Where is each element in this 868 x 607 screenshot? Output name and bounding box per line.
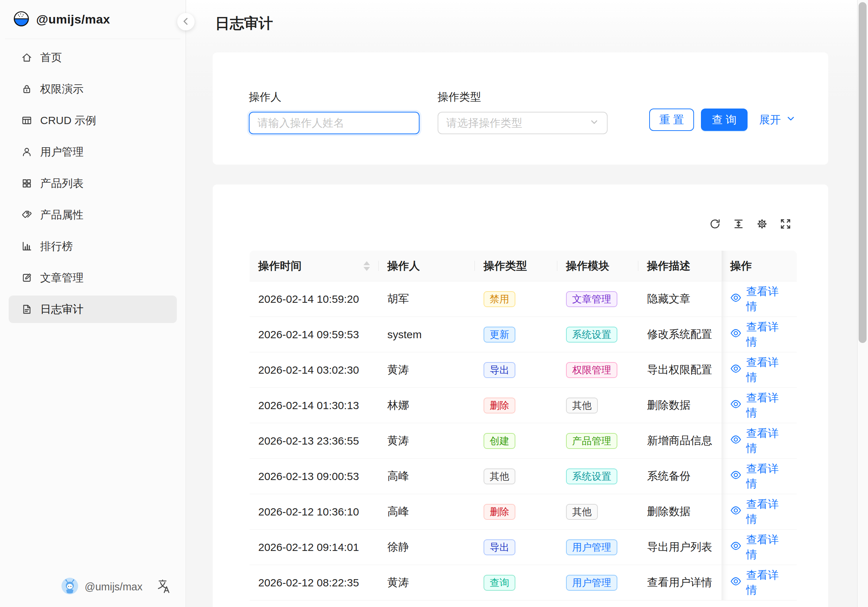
cell-operator: 林娜 — [379, 388, 475, 423]
app-title: @umijs/max — [36, 12, 110, 26]
operation-type-select[interactable]: 请选择操作类型 — [438, 112, 608, 134]
sidebar-item-label: 首页 — [40, 50, 62, 65]
cell-actions: 查看详情 — [722, 565, 797, 601]
sidebar-item-label: 权限演示 — [40, 82, 84, 96]
cell-operation-desc: 删除数据 — [639, 388, 722, 423]
view-detail-link[interactable]: 查看详情 — [730, 320, 788, 349]
expand-label: 展开 — [759, 112, 781, 127]
view-detail-label: 查看详情 — [746, 391, 788, 420]
operation-type-field: 操作类型 请选择操作类型 — [438, 90, 608, 134]
table-row: 2026-02-12 08:22:35黄涛查询用户管理查看用户详情查看详情 — [250, 565, 797, 601]
sidebar-item-lock[interactable]: 权限演示 — [9, 75, 177, 103]
language-switch-button[interactable] — [155, 579, 171, 595]
reload-button[interactable] — [709, 218, 721, 231]
sidebar-item-edit[interactable]: 文章管理 — [9, 264, 177, 292]
sort-caret-icon[interactable] — [363, 261, 370, 271]
main-content: 日志审计 操作人 请输入操作人姓名 操作类型 请选择操作类型 重 置 查 询 — [186, 0, 868, 607]
view-detail-link[interactable]: 查看详情 — [730, 391, 788, 420]
sidebar-item-user[interactable]: 用户管理 — [9, 138, 177, 166]
operation-type-tag: 禁用 — [484, 291, 515, 307]
cell-operation-time: 2026-02-14 10:59:20 — [250, 281, 379, 317]
ant-mascot-avatar[interactable] — [62, 578, 78, 596]
file-text-icon — [21, 303, 33, 315]
cell-operation-time: 2026-02-12 09:14:01 — [250, 529, 379, 565]
user-name[interactable]: @umijs/max — [85, 581, 143, 593]
eye-icon — [730, 399, 741, 412]
log-table: 操作时间操作人操作类型操作模块操作描述操作 2026-02-14 10:59:2… — [250, 251, 797, 601]
sidebar-item-label: 产品列表 — [40, 176, 84, 191]
sidebar-item-label: 产品属性 — [40, 208, 84, 222]
operation-module-tag: 其他 — [566, 504, 598, 520]
sidebar-item-table[interactable]: CRUD 示例 — [9, 107, 177, 134]
column-header[interactable]: 操作时间 — [250, 251, 379, 281]
expand-toggle[interactable]: 展开 — [759, 109, 796, 131]
sidebar-item-home[interactable]: 首页 — [9, 44, 177, 71]
chevron-left-icon — [180, 16, 191, 28]
operation-type-placeholder: 请选择操作类型 — [446, 116, 589, 130]
cell-operation-type: 导出 — [475, 352, 557, 388]
cell-operation-time: 2026-02-13 09:00:53 — [250, 459, 379, 494]
sidebar: @umijs/max 首页权限演示CRUD 示例用户管理产品列表产品属性排行榜文… — [0, 0, 186, 607]
cell-actions: 查看详情 — [722, 529, 797, 565]
cell-operation-time: 2026-02-12 08:22:35 — [250, 565, 379, 601]
cell-actions: 查看详情 — [722, 352, 797, 388]
column-header: 操作类型 — [475, 251, 557, 281]
cell-operation-time: 2026-02-12 10:36:10 — [250, 494, 379, 529]
view-detail-link[interactable]: 查看详情 — [730, 461, 788, 491]
user-icon — [21, 146, 33, 158]
settings-icon — [756, 218, 768, 231]
table-row: 2026-02-12 10:36:10高峰删除其他删除数据查看详情 — [250, 494, 797, 529]
translate-icon — [155, 579, 171, 595]
view-detail-link[interactable]: 查看详情 — [730, 532, 788, 562]
reset-button[interactable]: 重 置 — [649, 109, 694, 131]
scrollbar-thumb[interactable] — [859, 2, 866, 343]
cell-actions: 查看详情 — [722, 388, 797, 423]
view-detail-link[interactable]: 查看详情 — [730, 497, 788, 527]
sidebar-item-appstore[interactable]: 产品列表 — [9, 170, 177, 197]
cell-operator: 高峰 — [379, 494, 475, 529]
settings-button[interactable] — [756, 218, 768, 231]
table-row: 2026-02-14 10:59:20胡军禁用文章管理隐藏文章查看详情 — [250, 281, 797, 317]
operation-type-tag: 导出 — [484, 362, 515, 378]
operator-input[interactable]: 请输入操作人姓名 — [249, 112, 420, 134]
density-button[interactable] — [732, 218, 745, 231]
operation-module-tag: 其他 — [566, 397, 598, 413]
operation-module-tag: 用户管理 — [566, 539, 617, 555]
lock-icon — [21, 83, 33, 95]
cell-operation-desc: 导出权限配置 — [639, 352, 722, 388]
view-detail-link[interactable]: 查看详情 — [730, 284, 788, 314]
edit-icon — [21, 272, 33, 284]
eye-icon — [730, 540, 741, 554]
column-header: 操作描述 — [639, 251, 722, 281]
cell-operation-time: 2026-02-13 23:36:55 — [250, 423, 379, 459]
chevron-down-icon — [589, 117, 599, 129]
query-button[interactable]: 查 询 — [701, 109, 747, 131]
cell-operator: 高峰 — [379, 459, 475, 494]
operation-type-tag: 删除 — [484, 397, 515, 413]
eye-icon — [730, 292, 741, 306]
fullscreen-button[interactable] — [780, 218, 792, 231]
table-row: 2026-02-13 23:36:55黄涛创建产品管理新增商品信息查看详情 — [250, 423, 797, 459]
sidebar-item-bar-chart[interactable]: 排行榜 — [9, 233, 177, 260]
page-scrollbar[interactable] — [857, 0, 868, 607]
cell-operation-module: 权限管理 — [557, 352, 639, 388]
density-icon — [732, 218, 745, 231]
view-detail-label: 查看详情 — [746, 497, 788, 527]
sidebar-collapse-button[interactable] — [177, 13, 195, 30]
column-title: 操作人 — [388, 259, 420, 273]
operator-placeholder: 请输入操作人姓名 — [257, 116, 411, 130]
view-detail-link[interactable]: 查看详情 — [730, 426, 788, 456]
tags-icon — [21, 209, 33, 220]
column-header: 操作人 — [379, 251, 475, 281]
view-detail-label: 查看详情 — [746, 284, 788, 314]
appstore-icon — [21, 178, 33, 189]
sidebar-item-tags[interactable]: 产品属性 — [9, 201, 177, 229]
cell-operator: 黄涛 — [379, 423, 475, 459]
cell-operation-module: 文章管理 — [557, 281, 639, 317]
filter-card: 操作人 请输入操作人姓名 操作类型 请选择操作类型 重 置 查 询 展开 — [213, 53, 828, 165]
view-detail-link[interactable]: 查看详情 — [730, 355, 788, 385]
operation-module-tag: 系统设置 — [566, 327, 617, 343]
sidebar-item-file-text[interactable]: 日志审计 — [9, 295, 177, 323]
view-detail-link[interactable]: 查看详情 — [730, 568, 788, 598]
cell-operator: 徐静 — [379, 529, 475, 565]
